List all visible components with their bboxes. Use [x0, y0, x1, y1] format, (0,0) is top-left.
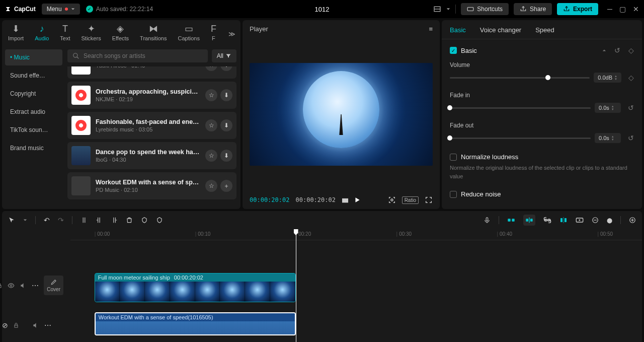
filter-button[interactable]: All	[212, 49, 236, 62]
media-tab-f[interactable]: FF	[211, 23, 216, 45]
preview-canvas[interactable]	[250, 63, 433, 166]
volume-slider[interactable]	[450, 77, 590, 79]
media-tab-audio[interactable]: ♪Audio	[35, 23, 49, 45]
zoom-slider-thumb[interactable]: ⬤	[607, 218, 612, 223]
export-button[interactable]: Export	[557, 3, 598, 15]
fadein-slider[interactable]	[450, 107, 591, 109]
category-soundeffe[interactable]: Sound effe…	[5, 67, 62, 84]
fadeout-value[interactable]: 0.0s▲▼	[595, 133, 621, 143]
video-clip[interactable]: Full moon meteor sailing ship 00:00:20:0…	[95, 273, 296, 302]
properties-tab-voice-changer[interactable]: Voice changer	[480, 26, 521, 34]
song-item[interactable]: Dance pop to spend the week ha…IboG · 04…	[67, 142, 236, 169]
split-button[interactable]	[80, 217, 88, 224]
split-left-button[interactable]	[96, 217, 103, 224]
undo-button[interactable]: ↶	[44, 216, 50, 224]
zoom-out-icon[interactable]	[592, 217, 599, 224]
download-icon[interactable]: ⬇	[220, 119, 232, 131]
mute-icon[interactable]	[32, 322, 39, 329]
song-item[interactable]: Orchestra, approaching, suspicio…NKJME ·…	[67, 82, 236, 109]
download-icon[interactable]: ⬇	[220, 89, 232, 101]
close-button[interactable]: ✕	[633, 5, 639, 13]
track-disable-icon[interactable]: ⊘	[2, 321, 8, 329]
player-menu-icon[interactable]: ≡	[429, 25, 433, 33]
favorite-icon[interactable]: ☆	[205, 119, 217, 131]
share-button[interactable]: Share	[514, 3, 552, 15]
category-tiktoksoun[interactable]: TikTok soun…	[5, 122, 62, 138]
media-tab-effects[interactable]: ◈Effects	[112, 23, 129, 45]
song-item[interactable]: Fashionable, fast-paced and ener…Lyrebir…	[67, 112, 236, 139]
project-title[interactable]: 1012	[315, 6, 330, 13]
properties-tab-basic[interactable]: Basic	[450, 26, 466, 34]
maximize-button[interactable]: ▢	[619, 5, 626, 13]
delete-button[interactable]	[126, 217, 133, 224]
media-tab-import[interactable]: ⬇Import	[8, 23, 24, 45]
compare-icon[interactable]: ▮▮▮	[342, 197, 348, 203]
category-brandmusic[interactable]: Brand music	[5, 140, 62, 156]
favorite-icon[interactable]: ☆	[205, 66, 217, 71]
song-item[interactable]: Yuuki Hirose · 01:43 ☆ ⬇	[67, 66, 236, 79]
mic-icon[interactable]	[484, 217, 491, 224]
chevron-down-icon[interactable]	[446, 7, 450, 11]
collapse-icon[interactable]	[602, 48, 606, 52]
cover-button[interactable]: Cover	[44, 276, 63, 295]
keyframe-icon[interactable]: ◇	[628, 74, 634, 82]
properties-tab-speed[interactable]: Speed	[535, 26, 554, 34]
select-tool[interactable]	[8, 217, 15, 224]
audio-clip[interactable]: Workout EDM with a sense of speed(101650…	[95, 312, 296, 335]
category-music[interactable]: • Music	[5, 49, 62, 65]
download-icon[interactable]: ⬇	[220, 66, 232, 71]
basic-checkbox[interactable]: ✓	[450, 47, 457, 54]
fadeout-slider[interactable]	[450, 138, 591, 139]
tabs-scroll-right[interactable]: ≫	[228, 30, 235, 38]
fadein-value[interactable]: 0.0s▲▼	[595, 103, 621, 113]
lock-icon[interactable]	[0, 283, 3, 289]
more-icon[interactable]: ⋯	[44, 321, 51, 329]
reset-icon[interactable]: ↺	[614, 46, 620, 54]
category-copyright[interactable]: Copyright	[5, 86, 62, 102]
focus-icon[interactable]	[388, 196, 396, 204]
download-icon[interactable]: ⬇	[220, 150, 232, 162]
ratio-button[interactable]: Ratio	[402, 196, 419, 204]
minimize-button[interactable]: ─	[607, 5, 612, 13]
preview-axis-icon[interactable]	[559, 217, 568, 224]
fullscreen-icon[interactable]	[425, 196, 433, 204]
play-button[interactable]	[354, 196, 361, 203]
marker-icon[interactable]	[156, 217, 163, 224]
split-right-button[interactable]	[111, 217, 118, 224]
chevron-down-icon[interactable]	[23, 218, 27, 222]
search-input[interactable]	[67, 49, 208, 62]
keyframe-icon[interactable]: ◇	[628, 46, 634, 54]
more-icon[interactable]: ⋯	[32, 282, 39, 290]
reset-icon[interactable]: ↺	[628, 104, 634, 112]
menu-button[interactable]: Menu	[42, 4, 80, 15]
reset-icon[interactable]: ↺	[628, 134, 634, 142]
preview-icon[interactable]	[576, 217, 584, 224]
lock-icon[interactable]	[13, 322, 19, 328]
magnet-main-icon[interactable]	[507, 217, 515, 223]
media-tab-captions[interactable]: ▭Captions	[178, 23, 199, 45]
favorite-icon[interactable]: ☆	[205, 180, 217, 192]
link-icon[interactable]	[543, 217, 551, 224]
marker-add-icon[interactable]	[141, 217, 148, 224]
zoom-in-icon[interactable]	[629, 217, 636, 224]
category-extractaudio[interactable]: Extract audio	[5, 104, 62, 120]
media-tab-transitions[interactable]: ⧓Transitions	[140, 23, 167, 45]
favorite-icon[interactable]: ☆	[205, 89, 217, 101]
playhead[interactable]	[296, 229, 296, 342]
auto-snap-icon[interactable]	[523, 215, 535, 226]
shortcuts-button[interactable]: Shortcuts	[461, 3, 509, 15]
add-icon[interactable]: ＋	[220, 180, 232, 192]
normalize-checkbox[interactable]	[450, 154, 457, 161]
media-tab-text[interactable]: TText	[60, 23, 70, 45]
mute-icon[interactable]	[20, 282, 27, 289]
svg-point-26	[11, 285, 13, 287]
reduce-noise-checkbox[interactable]	[450, 191, 457, 198]
redo-button[interactable]: ↷	[58, 216, 64, 224]
layout-icon[interactable]	[433, 5, 441, 13]
volume-value[interactable]: 0.0dB▲▼	[594, 73, 621, 83]
song-item[interactable]: Workout EDM with a sense of sp…PD Music …	[67, 172, 236, 199]
eye-icon[interactable]	[8, 282, 15, 289]
media-tab-stickers[interactable]: ✦Stickers	[82, 23, 101, 45]
favorite-icon[interactable]: ☆	[205, 150, 217, 162]
time-ruler[interactable]: 00:0000:1000:2000:3000:4000:50	[70, 229, 642, 240]
